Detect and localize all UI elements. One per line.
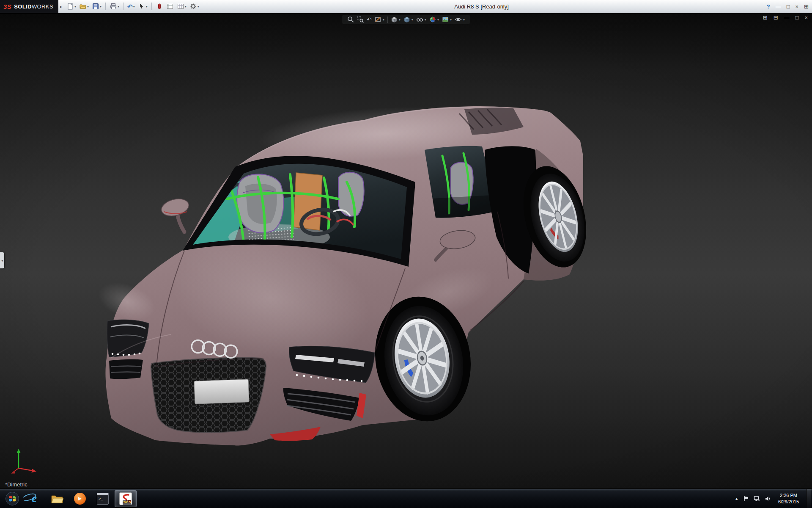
network-icon[interactable]: [754, 496, 760, 502]
graphics-area[interactable]: ↶ ▾ ▾ ▾: [0, 13, 812, 489]
brand-solid: SOLID: [14, 3, 32, 10]
new-file-button[interactable]: ▾: [66, 2, 77, 11]
intake-left[interactable]: [109, 359, 143, 379]
prompt-glyph: >_: [99, 497, 103, 501]
windows-taskbar: e ▶ >_ 2015: [0, 489, 812, 508]
dropdown-caret[interactable]: ▾: [87, 5, 89, 8]
audi-r8-model[interactable]: [0, 13, 812, 489]
select-button[interactable]: ▾: [137, 2, 148, 11]
taskbar-clock[interactable]: 2:26 PM 6/26/2015: [776, 492, 801, 505]
doc-restore-button[interactable]: □: [796, 14, 799, 21]
taskbar-file-explorer[interactable]: [46, 490, 68, 507]
dropdown-caret[interactable]: ▾: [198, 5, 199, 8]
gear-icon: [189, 3, 197, 10]
maximize-button[interactable]: □: [787, 4, 790, 9]
dropdown-caret[interactable]: ▾: [437, 18, 439, 22]
headlight-left[interactable]: [107, 320, 149, 357]
toolbar-separator: [105, 3, 106, 10]
apply-scene-button[interactable]: ▾: [442, 16, 452, 23]
sheet-format-button[interactable]: [165, 2, 175, 11]
dropdown-caret[interactable]: ▾: [411, 18, 413, 22]
dropdown-caret[interactable]: ▾: [399, 18, 401, 22]
document-window-controls: ⊞ ⊟ — □ ×: [763, 14, 808, 21]
cmd-titlebar: [97, 493, 108, 495]
view-orientation-label: *Dimetric: [5, 481, 27, 488]
section-view-button[interactable]: ▾: [375, 16, 384, 23]
doc-close-button[interactable]: ×: [804, 14, 808, 21]
view-cube-icon: [391, 16, 398, 23]
tile-horizontal-button[interactable]: ⊞: [763, 14, 768, 21]
cursor-icon: [138, 3, 145, 10]
doc-minimize-button[interactable]: —: [784, 14, 790, 21]
windows-orb-icon: [5, 491, 19, 506]
print-button[interactable]: ▾: [109, 2, 120, 11]
zoom-to-area-button[interactable]: [357, 16, 364, 23]
play-icon: ▶: [78, 496, 82, 501]
tile-vertical-button[interactable]: ⊟: [774, 14, 778, 21]
xpress-tools-button[interactable]: [155, 2, 164, 11]
volume-icon[interactable]: [765, 496, 771, 502]
red-capsule-icon: [156, 3, 163, 10]
undo-icon: ↶: [127, 3, 133, 10]
car-model-group[interactable]: [93, 101, 596, 445]
show-desktop-button[interactable]: [806, 489, 811, 508]
minimize-button[interactable]: —: [776, 4, 781, 9]
reference-triad: [10, 444, 41, 474]
toolbar-separator: [387, 17, 388, 23]
previous-view-icon: ↶: [367, 17, 372, 22]
options-button[interactable]: ▾: [189, 2, 200, 11]
dropdown-caret[interactable]: ▾: [450, 18, 452, 22]
help-button[interactable]: ?: [767, 4, 770, 9]
toolbar-separator: [123, 3, 123, 10]
mirror-left[interactable]: [159, 196, 190, 232]
dropdown-caret[interactable]: ▾: [100, 5, 102, 8]
expand-panels-button[interactable]: ⊞: [804, 4, 809, 9]
save-button[interactable]: ▾: [91, 2, 102, 11]
view-settings-button[interactable]: ▾: [455, 16, 465, 23]
section-view-icon: [375, 16, 381, 23]
hide-show-items-button[interactable]: ▾: [416, 16, 426, 23]
toolbar-separator: [151, 3, 152, 10]
solidworks-window: 3S SOLIDWORKS ▸ ▾ ▾: [0, 0, 812, 508]
start-button[interactable]: [2, 490, 22, 507]
view-orientation-button[interactable]: ▾: [391, 16, 401, 23]
dropdown-caret[interactable]: ▾: [118, 5, 119, 8]
magnifier-area-icon: [357, 16, 364, 23]
dropdown-caret[interactable]: ▾: [133, 5, 135, 8]
taskbar-solidworks[interactable]: 2015: [115, 490, 137, 507]
undo-button[interactable]: ↶ ▾: [126, 3, 136, 11]
edit-appearance-button[interactable]: ▾: [429, 16, 439, 23]
front-grille[interactable]: [151, 358, 266, 433]
brand-works: WORKS: [32, 3, 53, 10]
taskbar-media-player[interactable]: ▶: [69, 490, 91, 507]
dropdown-caret[interactable]: ▾: [383, 18, 384, 22]
solidworks-version-badge: 2015: [123, 500, 131, 505]
dropdown-caret[interactable]: ▾: [463, 18, 465, 22]
table-icon: [177, 3, 184, 10]
zoom-to-fit-button[interactable]: [347, 16, 354, 23]
dropdown-caret[interactable]: ▾: [185, 5, 187, 8]
display-style-button[interactable]: ▾: [403, 16, 413, 23]
table-button[interactable]: ▾: [176, 2, 187, 11]
appearance-ball-icon: [429, 16, 436, 23]
taskbar-internet-explorer[interactable]: e: [23, 490, 45, 507]
new-file-icon: [66, 3, 74, 10]
save-icon: [92, 3, 99, 10]
dropdown-caret[interactable]: ▾: [425, 18, 426, 22]
standard-toolbar: ▾ ▾ ▾ ▾: [66, 2, 200, 11]
dropdown-caret[interactable]: ▾: [146, 5, 148, 8]
print-icon: [110, 3, 117, 10]
open-file-button[interactable]: ▾: [78, 2, 90, 11]
glasses-icon: [416, 16, 423, 23]
feature-manager-collapse-tab[interactable]: ◂: [0, 252, 4, 268]
taskbar-command-prompt[interactable]: >_: [92, 490, 114, 507]
menu-flyout-arrow[interactable]: ▸: [60, 4, 62, 9]
menubar: 3S SOLIDWORKS ▸ ▾ ▾: [0, 0, 812, 13]
dropdown-caret[interactable]: ▾: [74, 5, 76, 8]
solidworks-logo[interactable]: 3S SOLIDWORKS: [0, 0, 58, 13]
previous-view-button[interactable]: ↶: [367, 17, 372, 22]
close-button[interactable]: ×: [796, 4, 799, 9]
show-hidden-icons-button[interactable]: ▲: [735, 497, 738, 501]
media-player-icon: ▶: [74, 493, 86, 505]
action-center-flag-icon[interactable]: [743, 496, 749, 502]
